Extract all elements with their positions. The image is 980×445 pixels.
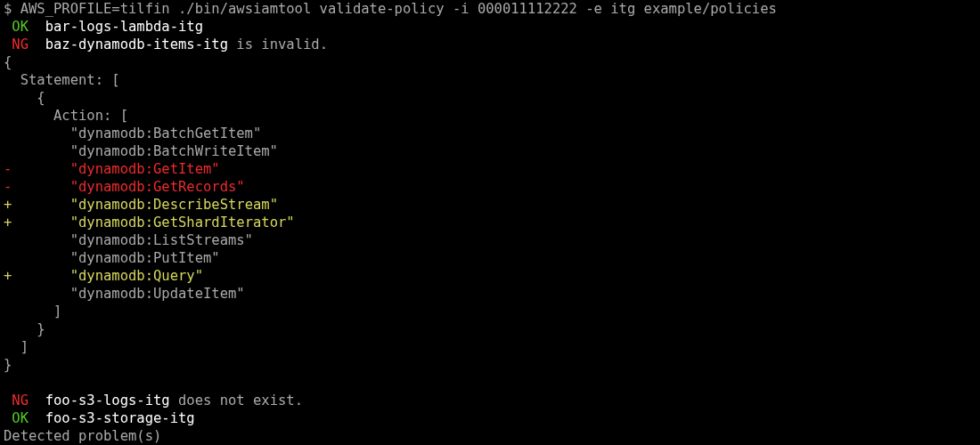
- json-line: "dynamodb:UpdateItem": [4, 286, 245, 302]
- footer-summary: Detected problem(s): [4, 428, 161, 444]
- diff-remove-line: "dynamodb:GetItem": [12, 161, 219, 177]
- policy-name: foo-s3-storage-itg: [45, 410, 195, 426]
- json-line: {: [4, 54, 12, 70]
- diff-add-line: "dynamodb:GetShardIterator": [12, 214, 294, 231]
- policy-name: baz-dynamodb-items-itg: [45, 36, 228, 53]
- diff-add-line: "dynamodb:DescribeStream": [12, 197, 278, 213]
- json-line: "dynamodb:PutItem": [4, 250, 220, 266]
- diff-remove-sign: -: [4, 179, 12, 195]
- status-ng: NG: [12, 36, 29, 53]
- prompt: $: [4, 1, 20, 17]
- json-line: Action: [: [4, 108, 128, 124]
- json-line: ]: [4, 339, 29, 355]
- status-ng: NG: [12, 392, 29, 409]
- diff-add-sign: +: [4, 268, 12, 284]
- diff-add-sign: +: [4, 214, 12, 231]
- terminal-output: $ AWS_PROFILE=tilfin ./bin/awsiamtool va…: [0, 0, 980, 445]
- json-line: ]: [4, 303, 61, 320]
- json-line: }: [4, 357, 12, 373]
- diff-remove-sign: -: [4, 161, 12, 177]
- json-line: {: [4, 90, 45, 106]
- json-line: Statement: [: [4, 72, 120, 88]
- diff-remove-line: "dynamodb:GetRecords": [12, 179, 244, 195]
- json-line: "dynamodb:BatchWriteItem": [4, 143, 278, 159]
- policy-name: foo-s3-logs-itg: [45, 392, 170, 409]
- command-line: AWS_PROFILE=tilfin ./bin/awsiamtool vali…: [20, 1, 777, 17]
- status-msg: does not exist.: [178, 392, 303, 409]
- diff-add-sign: +: [4, 197, 12, 213]
- status-ok: OK: [12, 410, 29, 426]
- json-line: "dynamodb:ListStreams": [4, 232, 253, 248]
- status-ok: OK: [12, 19, 29, 35]
- status-msg: is invalid.: [236, 36, 328, 53]
- json-line: "dynamodb:BatchGetItem": [4, 125, 261, 142]
- policy-name: bar-logs-lambda-itg: [45, 19, 203, 35]
- diff-add-line: "dynamodb:Query": [12, 268, 203, 284]
- json-line: }: [4, 321, 45, 337]
